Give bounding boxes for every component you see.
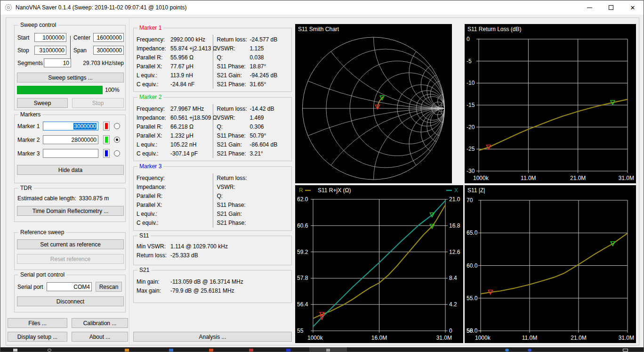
stop-button[interactable]: Stop [72, 98, 124, 108]
start-button-icon[interactable] [13, 349, 17, 352]
taskbar-app-icon[interactable] [326, 349, 330, 352]
stop-input[interactable] [34, 46, 66, 55]
field-value: 2992.000 kHz [170, 36, 205, 43]
field-label: Impedance: [137, 45, 170, 52]
sweep-button[interactable]: Sweep [17, 98, 68, 108]
disconnect-button[interactable]: Disconnect [17, 296, 124, 306]
title-bar[interactable]: NanoVNA Saver 0.1.4 (Sweep: 2019-11-02 0… [0, 0, 644, 15]
marker1-color-swatch[interactable] [103, 122, 110, 131]
r-plus-jx-chart[interactable]: 62.060.659.257.856.45521.016.812.68.44.2… [295, 185, 463, 343]
marker1-input[interactable]: 3000000 [43, 122, 98, 131]
s21-summary-title: S21 [137, 267, 151, 273]
serial-port-input[interactable] [47, 282, 92, 291]
cable-length-label: Estimated cable length: [17, 195, 76, 202]
field-label: Parallel R: [137, 193, 170, 199]
marker2-label: Marker 2 [17, 137, 43, 143]
svg-text:60.6: 60.6 [297, 222, 308, 229]
field-value: 1.114 @ 1029.700 kHz [170, 243, 228, 250]
field-label: Impedance: [137, 184, 170, 190]
field-label: Min VSWR: [137, 243, 170, 250]
field-label: VSWR: [217, 184, 250, 190]
svg-text:16.0M: 16.0M [371, 335, 387, 341]
rescan-button[interactable]: Rescan [96, 282, 122, 292]
serial-port-label: Serial port [17, 284, 47, 290]
field-value: 1.125 [250, 45, 264, 52]
field-label: L equiv.: [137, 211, 170, 217]
marker2-details-title: Marker 2 [137, 94, 163, 100]
about-button[interactable]: About ... [72, 332, 128, 342]
taskbar[interactable] [0, 347, 644, 352]
window-title: NanoVNA Saver 0.1.4 (Sweep: 2019-11-02 0… [16, 4, 187, 11]
field-label: Parallel X: [137, 202, 170, 208]
field-label: S21 Phase: [217, 81, 250, 88]
center-input[interactable] [93, 33, 124, 42]
field-label: Frequency: [137, 175, 170, 181]
sidebar-separator [129, 18, 129, 344]
magnitude-z-chart[interactable]: 7065.060.055.05058.01000k11.0M21.0M31.0M… [465, 185, 636, 343]
span-input[interactable] [93, 46, 124, 55]
step-size-text: 29.703 kHz/step [71, 60, 124, 66]
svg-text:56.4: 56.4 [297, 301, 308, 308]
analysis-button[interactable]: Analysis ... [133, 332, 292, 342]
field-label: Q: [217, 193, 250, 199]
svg-text:59.2: 59.2 [297, 249, 308, 255]
taskbar-app-icon[interactable] [286, 349, 290, 352]
taskbar-app-icon[interactable] [249, 349, 253, 352]
marker1-radio[interactable] [114, 123, 120, 129]
marker2-input[interactable] [43, 135, 98, 144]
display-setup-button[interactable]: Display setup ... [8, 332, 67, 342]
svg-text:58.0: 58.0 [467, 327, 478, 334]
marker2-radio[interactable] [114, 137, 120, 143]
reset-reference-button[interactable]: Reset reference [17, 254, 124, 264]
files-button[interactable]: Files ... [8, 318, 67, 328]
return-loss-chart[interactable]: 0-5-10-15-20-25-301000k11.0M21.0M31.0MS1… [465, 24, 636, 183]
svg-text:57.8: 57.8 [297, 275, 308, 281]
svg-text:31.0M: 31.0M [619, 335, 634, 341]
taskbar-app-icon[interactable] [505, 349, 509, 352]
cable-length-value: 3330.875 m [79, 195, 109, 202]
calibration-button[interactable]: Calibration ... [72, 318, 128, 328]
svg-text:70: 70 [467, 197, 473, 204]
set-reference-button[interactable]: Set current as reference [17, 239, 124, 249]
marker3-color-swatch[interactable] [103, 149, 110, 158]
maximize-button[interactable] [600, 0, 622, 15]
field-label: Parallel R: [137, 123, 170, 130]
marker3-details-title: Marker 3 [137, 163, 163, 170]
taskbar-app-icon[interactable] [528, 349, 531, 352]
svg-text:1000k: 1000k [475, 335, 491, 341]
segments-input[interactable] [44, 58, 71, 67]
progress-percent: 100% [105, 87, 120, 93]
svg-text:-10: -10 [467, 80, 475, 86]
tray-icon[interactable] [623, 349, 628, 352]
search-icon[interactable] [48, 349, 51, 352]
taskbar-app-icon[interactable] [125, 349, 129, 352]
minimize-icon [587, 8, 592, 8]
taskbar-app-icon[interactable] [169, 349, 173, 352]
tdr-button[interactable]: Time Domain Reflectometry ... [17, 206, 124, 216]
svg-text:-30: -30 [467, 168, 475, 174]
marker2-color-swatch[interactable] [103, 135, 110, 144]
hide-data-button[interactable]: Hide data [17, 165, 124, 175]
svg-text:31.0M: 31.0M [436, 335, 452, 341]
svg-text:31.0M: 31.0M [619, 175, 634, 181]
svg-text:-5: -5 [467, 58, 472, 65]
field-label: L equiv.: [137, 141, 170, 148]
svg-text:8.4: 8.4 [449, 275, 457, 281]
svg-text:S11 Smith Chart: S11 Smith Chart [298, 26, 339, 33]
field-label: Return loss: [137, 252, 170, 259]
marker3-radio[interactable] [114, 150, 120, 156]
field-value: 50.79° [250, 132, 266, 139]
svg-text:55: 55 [297, 327, 304, 334]
field-value: 55.874 +j2.1413 Ω [170, 45, 217, 52]
sweep-settings-button[interactable]: Sweep settings ... [17, 73, 124, 82]
smith-chart[interactable]: S11 Smith Chart [295, 24, 452, 183]
marker3-input[interactable] [43, 149, 98, 158]
taskbar-app-icon[interactable] [209, 349, 213, 352]
start-input[interactable] [34, 33, 66, 42]
close-button[interactable]: ✕ [622, 0, 644, 15]
marker3-details-group: Marker 3 Frequency:Impedance:Parallel R:… [133, 166, 292, 231]
serial-port-group: Serial port control Serial port Rescan D… [14, 275, 126, 312]
field-label: S21 Phase: [217, 150, 250, 157]
minimize-button[interactable] [579, 0, 600, 15]
field-label: C equiv.: [137, 81, 170, 88]
